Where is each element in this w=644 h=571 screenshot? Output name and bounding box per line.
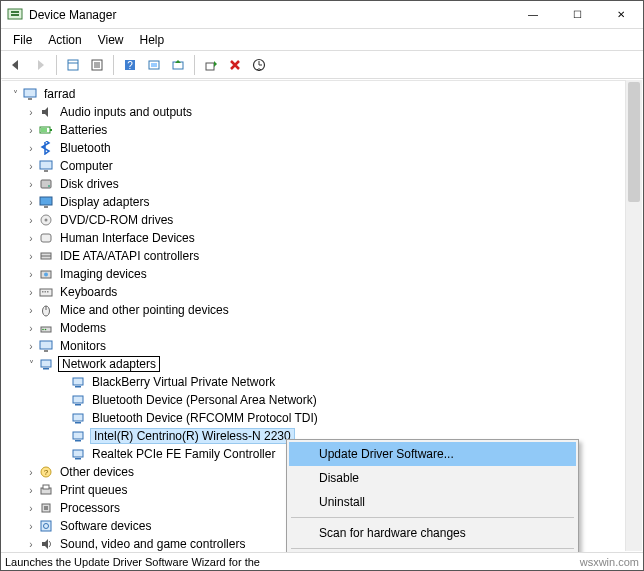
tree-category[interactable]: › IDE ATA/ATAPI controllers — [2, 247, 642, 265]
expand-icon[interactable]: › — [24, 143, 38, 154]
scan-icon[interactable] — [143, 54, 165, 76]
item-label: Bluetooth Device (Personal Area Network) — [90, 393, 319, 407]
item-label: Human Interface Devices — [58, 231, 197, 245]
tree-category[interactable]: › Audio inputs and outputs — [2, 103, 642, 121]
item-label: Sound, video and game controllers — [58, 537, 247, 551]
tree-category[interactable]: › Keyboards — [2, 283, 642, 301]
collapse-icon[interactable]: ˅ — [24, 359, 38, 370]
expand-icon[interactable]: › — [24, 125, 38, 136]
toolbar-separator — [113, 55, 114, 75]
expand-icon[interactable]: › — [24, 269, 38, 280]
item-label: Print queues — [58, 483, 129, 497]
vertical-scrollbar[interactable] — [625, 80, 642, 551]
menu-help[interactable]: Help — [134, 31, 171, 49]
expand-icon[interactable]: › — [24, 251, 38, 262]
bt-icon — [38, 140, 54, 156]
tree-category[interactable]: › Batteries — [2, 121, 642, 139]
tree-category[interactable]: › Bluetooth — [2, 139, 642, 157]
svg-rect-52 — [75, 422, 81, 424]
scan-hw-icon[interactable] — [248, 54, 270, 76]
tree-category[interactable]: › Monitors — [2, 337, 642, 355]
enable-icon[interactable] — [200, 54, 222, 76]
expand-icon[interactable]: › — [24, 305, 38, 316]
expand-icon[interactable]: › — [24, 539, 38, 550]
item-label: Monitors — [58, 339, 108, 353]
disk-icon — [38, 176, 54, 192]
expand-icon[interactable]: › — [24, 215, 38, 226]
network-icon — [38, 356, 54, 372]
svg-rect-29 — [41, 234, 51, 242]
expand-icon[interactable]: › — [24, 521, 38, 532]
tree-root[interactable]: ˅ farrad — [2, 85, 642, 103]
svg-rect-25 — [40, 197, 52, 205]
modem-icon — [38, 320, 54, 336]
expand-icon[interactable]: › — [24, 287, 38, 298]
expand-icon[interactable]: › — [24, 233, 38, 244]
tree-category[interactable]: › Display adapters — [2, 193, 642, 211]
display-icon — [38, 194, 54, 210]
ide-icon — [38, 248, 54, 264]
close-button[interactable]: ✕ — [599, 1, 643, 29]
svg-rect-46 — [43, 368, 49, 370]
update-driver-icon[interactable] — [167, 54, 189, 76]
item-label: Intel(R) Centrino(R) Wireless-N 2230 — [90, 428, 295, 444]
svg-rect-26 — [44, 206, 48, 208]
net-icon — [70, 392, 86, 408]
menu-file[interactable]: File — [7, 31, 38, 49]
menu-action[interactable]: Action — [42, 31, 87, 49]
tree-category[interactable]: › Imaging devices — [2, 265, 642, 283]
item-label: BlackBerry Virtual Private Network — [90, 375, 277, 389]
svg-rect-35 — [42, 291, 44, 293]
scrollbar-thumb[interactable] — [628, 82, 640, 202]
tree-category[interactable]: › DVD/CD-ROM drives — [2, 211, 642, 229]
tree-category[interactable]: › Modems — [2, 319, 642, 337]
tree-category[interactable]: › Disk drives — [2, 175, 642, 193]
network-adapter-item[interactable]: Bluetooth Device (Personal Area Network) — [2, 391, 642, 409]
title-bar: Device Manager — ☐ ✕ — [1, 1, 643, 29]
expand-icon[interactable]: › — [24, 323, 38, 334]
svg-rect-62 — [44, 506, 48, 510]
collapse-icon[interactable]: ˅ — [8, 89, 22, 100]
maximize-button[interactable]: ☐ — [555, 1, 599, 29]
back-button[interactable] — [5, 54, 27, 76]
svg-rect-14 — [206, 63, 214, 70]
expand-icon[interactable]: › — [24, 179, 38, 190]
menu-uninstall[interactable]: Uninstall — [289, 490, 576, 514]
svg-rect-17 — [28, 98, 32, 100]
minimize-button[interactable]: — — [511, 1, 555, 29]
svg-point-28 — [45, 219, 48, 222]
expand-icon[interactable]: › — [24, 485, 38, 496]
menu-view[interactable]: View — [92, 31, 130, 49]
uninstall-icon[interactable] — [224, 54, 246, 76]
svg-rect-51 — [73, 414, 83, 421]
hid-icon — [38, 230, 54, 246]
tree-category[interactable]: › Computer — [2, 157, 642, 175]
menu-update-driver[interactable]: Update Driver Software... — [289, 442, 576, 466]
menu-disable[interactable]: Disable — [289, 466, 576, 490]
tree-category[interactable]: › Mice and other pointing devices — [2, 301, 642, 319]
expand-icon[interactable]: › — [24, 197, 38, 208]
expand-icon[interactable]: › — [24, 467, 38, 478]
properties-icon[interactable] — [86, 54, 108, 76]
category-network-adapters[interactable]: ˅ Network adapters — [2, 355, 642, 373]
show-hidden-icon[interactable] — [62, 54, 84, 76]
svg-rect-20 — [41, 128, 47, 132]
svg-rect-56 — [75, 458, 81, 460]
svg-rect-3 — [68, 60, 78, 70]
network-adapter-item[interactable]: BlackBerry Virtual Private Network — [2, 373, 642, 391]
menu-scan[interactable]: Scan for hardware changes — [289, 521, 576, 545]
expand-icon[interactable]: › — [24, 503, 38, 514]
network-adapter-item[interactable]: Bluetooth Device (RFCOMM Protocol TDI) — [2, 409, 642, 427]
other-icon: ? — [38, 464, 54, 480]
root-label: farrad — [42, 87, 77, 101]
expand-icon[interactable]: › — [24, 161, 38, 172]
expand-icon[interactable]: › — [24, 107, 38, 118]
tree-category[interactable]: › Human Interface Devices — [2, 229, 642, 247]
forward-button[interactable] — [29, 54, 51, 76]
dvd-icon — [38, 212, 54, 228]
expand-icon[interactable]: › — [24, 341, 38, 352]
svg-rect-53 — [73, 432, 83, 439]
help-icon[interactable]: ? — [119, 54, 141, 76]
item-label: Other devices — [58, 465, 136, 479]
menu-separator — [291, 548, 574, 549]
